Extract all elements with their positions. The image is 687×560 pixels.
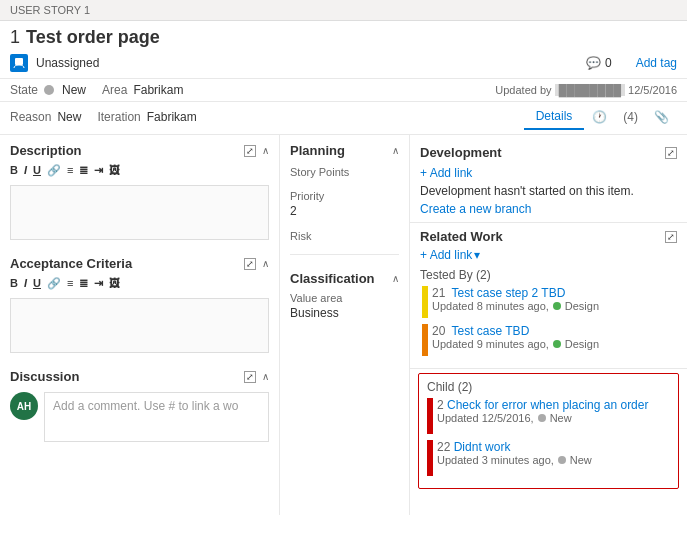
- state-value[interactable]: New: [62, 83, 86, 97]
- image-button[interactable]: 🖼: [109, 164, 120, 177]
- ac-italic-button[interactable]: I: [24, 277, 27, 290]
- related-work-add-link[interactable]: + Add link ▾: [420, 248, 677, 262]
- work-item-id-1: 21: [432, 286, 445, 300]
- discussion-title: Discussion: [10, 369, 79, 384]
- comment-count: 0: [605, 56, 612, 70]
- related-work-section: Related Work ⤢ + Add link ▾ Tested By (2…: [410, 223, 687, 369]
- status-dot-1: [553, 302, 561, 310]
- child-item-name-2: Didnt work: [454, 440, 511, 454]
- ac-ol-button[interactable]: ≡: [67, 277, 73, 290]
- work-item-name-1: Test case step 2 TBD: [451, 286, 565, 300]
- updated-by-name: ████████: [555, 84, 625, 96]
- child-item-title-1[interactable]: 2 Check for error when placing an order: [437, 398, 670, 412]
- planning-collapse-icon[interactable]: ∧: [392, 145, 399, 156]
- ul-button[interactable]: ≣: [79, 164, 88, 177]
- state-label: State: [10, 83, 38, 97]
- development-expand-button[interactable]: ⤢: [665, 147, 677, 159]
- updated-by: Updated by ████████ 12/5/2016: [495, 84, 677, 96]
- iteration-value[interactable]: Fabrikam: [147, 110, 197, 124]
- avatar: AH: [10, 392, 38, 420]
- indent-button[interactable]: ⇥: [94, 164, 103, 177]
- ac-underline-button[interactable]: U: [33, 277, 41, 290]
- discussion-input-area: AH Add a comment. Use # to link a wo: [10, 392, 269, 442]
- add-tag-button[interactable]: Add tag: [636, 56, 677, 70]
- tabs-container: Details 🕐 (4) 📎: [524, 104, 677, 130]
- related-work-item: 21 Test case step 2 TBD Updated 8 minute…: [420, 286, 677, 318]
- bold-button[interactable]: B: [10, 164, 18, 177]
- child-item-status-2: New: [570, 454, 592, 466]
- add-link-chevron: ▾: [474, 248, 480, 262]
- acceptance-toolbar: B I U 🔗 ≡ ≣ ⇥ 🖼: [0, 275, 279, 294]
- related-work-expand-button[interactable]: ⤢: [665, 231, 677, 243]
- ac-image-button[interactable]: 🖼: [109, 277, 120, 290]
- development-section: Development ⤢ + Add link Development has…: [410, 139, 687, 223]
- title-number: 1: [10, 27, 20, 48]
- tab-links[interactable]: (4): [615, 105, 646, 129]
- discussion-expand-button[interactable]: ⤢: [244, 371, 256, 383]
- state-field: State New: [10, 83, 86, 97]
- ac-indent-button[interactable]: ⇥: [94, 277, 103, 290]
- priority-field: Priority 2: [290, 190, 399, 218]
- tab-details[interactable]: Details: [524, 104, 585, 130]
- updated-by-label: Updated by: [495, 84, 551, 96]
- description-title: Description: [10, 143, 82, 158]
- tested-by-label: Tested By (2): [420, 268, 677, 282]
- planning-header: Planning ∧: [290, 143, 399, 158]
- story-points-field: Story Points: [290, 166, 399, 178]
- left-panel: Description ⤢ ∧ B I U 🔗 ≡ ≣ ⇥ 🖼: [0, 135, 280, 515]
- main-content: Description ⤢ ∧ B I U 🔗 ≡ ≣ ⇥ 🖼: [0, 135, 687, 515]
- underline-button[interactable]: U: [33, 164, 41, 177]
- ac-ul-button[interactable]: ≣: [79, 277, 88, 290]
- ac-link-button[interactable]: 🔗: [47, 277, 61, 290]
- description-expand-button[interactable]: ⤢: [244, 145, 256, 157]
- priority-label: Priority: [290, 190, 399, 202]
- work-item-updated-2: Updated 9 minutes ago,: [432, 338, 549, 350]
- tab-history[interactable]: 🕐: [584, 105, 615, 129]
- child-section: Child (2) 2 Check for error when placing…: [418, 373, 679, 489]
- ac-bold-button[interactable]: B: [10, 277, 18, 290]
- fields-row-2: Reason New Iteration Fabrikam Details 🕐 …: [0, 102, 687, 135]
- acceptance-editor[interactable]: [10, 298, 269, 353]
- work-item-status-1: Design: [565, 300, 599, 312]
- child-item-title-2[interactable]: 22 Didnt work: [437, 440, 670, 454]
- comment-input[interactable]: Add a comment. Use # to link a wo: [44, 392, 269, 442]
- story-points-label: Story Points: [290, 166, 399, 178]
- risk-label: Risk: [290, 230, 399, 242]
- add-link-label: + Add link: [420, 248, 472, 262]
- child-item-meta-1: Updated 12/5/2016, New: [437, 412, 670, 424]
- unassigned-label: Unassigned: [36, 56, 99, 70]
- child-item-updated-2: Updated 3 minutes ago,: [437, 454, 554, 466]
- classification-collapse-icon[interactable]: ∧: [392, 273, 399, 284]
- value-area-label: Value area: [290, 292, 399, 304]
- work-item-title-1[interactable]: 21 Test case step 2 TBD: [432, 286, 677, 300]
- work-item-info: 21 Test case step 2 TBD Updated 8 minute…: [432, 286, 677, 312]
- tab-attachments[interactable]: 📎: [646, 105, 677, 129]
- description-controls: ⤢ ∧: [244, 145, 269, 157]
- state-dot: [44, 85, 54, 95]
- work-item-badge-orange: [422, 324, 428, 356]
- child-status-dot-2: [558, 456, 566, 464]
- value-area-value[interactable]: Business: [290, 306, 399, 320]
- reason-value[interactable]: New: [57, 110, 81, 124]
- italic-button[interactable]: I: [24, 164, 27, 177]
- development-add-link[interactable]: + Add link: [420, 166, 677, 180]
- description-toolbar: B I U 🔗 ≡ ≣ ⇥ 🖼: [0, 162, 279, 181]
- priority-value[interactable]: 2: [290, 204, 399, 218]
- page-title: Test order page: [26, 27, 160, 48]
- work-item-title-2[interactable]: 20 Test case TBD: [432, 324, 677, 338]
- work-item-meta-1: Updated 8 minutes ago, Design: [432, 300, 677, 312]
- acceptance-expand-button[interactable]: ⤢: [244, 258, 256, 270]
- work-item-meta-2: Updated 9 minutes ago, Design: [432, 338, 677, 350]
- meta-row: Unassigned 💬 0 Add tag: [0, 52, 687, 78]
- acceptance-collapse-icon[interactable]: ∧: [262, 258, 269, 269]
- description-collapse-icon[interactable]: ∧: [262, 145, 269, 156]
- ol-button[interactable]: ≡: [67, 164, 73, 177]
- child-item-name-1: Check for error when placing an order: [447, 398, 648, 412]
- acceptance-controls: ⤢ ∧: [244, 258, 269, 270]
- discussion-collapse-icon[interactable]: ∧: [262, 371, 269, 382]
- area-value[interactable]: Fabrikam: [133, 83, 183, 97]
- description-editor[interactable]: [10, 185, 269, 240]
- fields-row: State New Area Fabrikam Updated by █████…: [0, 78, 687, 102]
- create-branch-link[interactable]: Create a new branch: [420, 202, 677, 216]
- link-button[interactable]: 🔗: [47, 164, 61, 177]
